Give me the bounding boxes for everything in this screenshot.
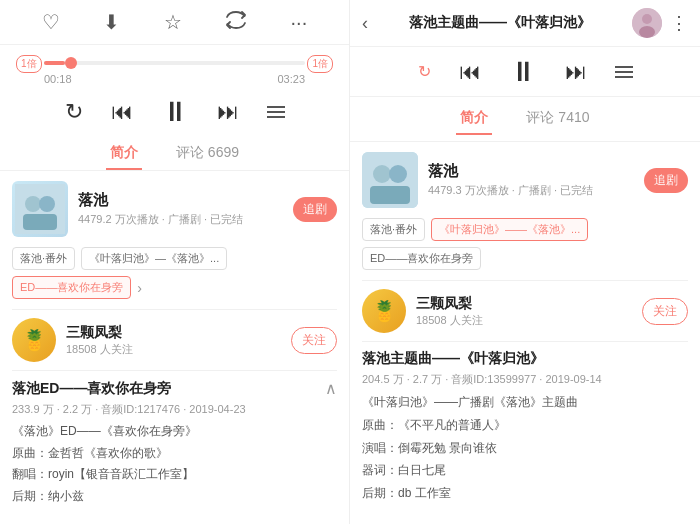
player-controls: ↻ ⏮ ⏸ ⏭ <box>0 89 349 134</box>
drama-title-left: 落池 <box>78 191 283 210</box>
collapse-icon-left[interactable]: ∧ <box>325 379 337 398</box>
song-title-row-left: 落池ED——喜欢你在身旁 ∧ <box>12 379 337 398</box>
singer-info-right: 三颗凤梨 18508 人关注 <box>416 295 632 328</box>
speed-left-label[interactable]: 1倍 <box>16 55 42 73</box>
divider-right-1 <box>362 280 688 281</box>
tab-intro-left[interactable]: 简介 <box>106 138 142 170</box>
left-content: 落池 4479.2 万次播放 · 广播剧 · 已完结 追剧 落池·番外 《叶落归… <box>0 171 349 524</box>
download-icon[interactable]: ⬇ <box>103 10 120 34</box>
right-title: 落池主题曲——《叶落归池》 <box>376 14 624 32</box>
singer-info-left: 三颗凤梨 18508 人关注 <box>66 324 281 357</box>
singer-avatar-left[interactable]: 🍍 <box>12 318 56 362</box>
song-detail-right: 《叶落归池》——广播剧《落池》主题曲 原曲：《不平凡的普通人》 演唱：倒霉死勉 … <box>362 391 688 505</box>
drama-meta-right: 4479.3 万次播放 · 广播剧 · 已完结 <box>428 183 634 198</box>
progress-bar[interactable] <box>44 61 305 65</box>
current-time: 00:18 <box>44 73 72 85</box>
drama-card-left: 落池 4479.2 万次播放 · 广播剧 · 已完结 追剧 <box>12 181 337 237</box>
right-content: 落池 4479.3 万次播放 · 广播剧 · 已完结 追剧 落池·番外 《叶落归… <box>350 142 700 524</box>
singer-card-right: 🍍 三颗凤梨 18508 人关注 关注 <box>362 289 688 333</box>
repeat-icon[interactable]: ↻ <box>65 99 83 125</box>
tag-2-right[interactable]: ED——喜欢你在身旁 <box>362 247 481 270</box>
tag-2-left[interactable]: ED——喜欢你在身旁 <box>12 276 131 299</box>
tag-1-left[interactable]: 《叶落归池》—《落池》... <box>81 247 227 270</box>
star-icon[interactable]: ☆ <box>164 10 182 34</box>
follow-singer-button-left[interactable]: 关注 <box>291 327 337 354</box>
tag-row-left: 落池·番外 《叶落归池》—《落池》... ED——喜欢你在身旁 › <box>12 247 337 299</box>
total-time: 03:23 <box>277 73 305 85</box>
right-panel: ‹ 落池主题曲——《叶落归池》 ⋮ ↻ ⏮ ⏸ ⏭ 简介 评论 7410 <box>350 0 700 524</box>
divider-left-2 <box>12 370 337 371</box>
singer-name-left: 三颗凤梨 <box>66 324 281 342</box>
tag-0-left[interactable]: 落池·番外 <box>12 247 75 270</box>
right-header: ‹ 落池主题曲——《叶落归池》 ⋮ <box>350 0 700 47</box>
playlist-icon-right[interactable] <box>615 66 633 78</box>
song-title-right: 落池主题曲——《叶落归池》 <box>362 350 544 368</box>
svg-point-8 <box>373 165 391 183</box>
left-panel: ♡ ⬇ ☆ ··· 1倍 1倍 00:18 03:23 <box>0 0 350 524</box>
tab-comments-left[interactable]: 评论 6699 <box>172 138 243 170</box>
prev-button-right[interactable]: ⏮ <box>459 59 481 85</box>
drama-card-right: 落池 4479.3 万次播放 · 广播剧 · 已完结 追剧 <box>362 152 688 208</box>
tag-arrow-icon[interactable]: › <box>137 280 142 296</box>
drama-thumbnail-left[interactable] <box>12 181 68 237</box>
follow-singer-button-right[interactable]: 关注 <box>642 298 688 325</box>
avatar-right[interactable] <box>632 8 662 38</box>
follow-drama-button-left[interactable]: 追剧 <box>293 197 337 222</box>
svg-point-5 <box>642 14 652 24</box>
playlist-icon[interactable] <box>267 106 285 118</box>
repeat-right-icon[interactable]: ↻ <box>418 62 431 81</box>
song-meta-right: 204.5 万 · 2.7 万 · 音频ID:13599977 · 2019-0… <box>362 372 688 387</box>
singer-fans-left: 18508 人关注 <box>66 342 281 357</box>
drama-thumbnail-right[interactable] <box>362 152 418 208</box>
play-button-right[interactable]: ⏸ <box>509 55 537 88</box>
svg-point-9 <box>389 165 407 183</box>
svg-point-1 <box>25 196 41 212</box>
drama-info-right: 落池 4479.3 万次播放 · 广播剧 · 已完结 <box>428 162 634 198</box>
divider-right-2 <box>362 341 688 342</box>
speed-right-label[interactable]: 1倍 <box>307 55 333 73</box>
singer-card-left: 🍍 三颗凤梨 18508 人关注 关注 <box>12 318 337 362</box>
progress-dot <box>65 57 77 69</box>
svg-rect-3 <box>23 214 57 230</box>
right-controls: ↻ ⏮ ⏸ ⏭ <box>350 47 700 97</box>
play-button[interactable]: ⏸ <box>161 95 189 128</box>
heart-icon[interactable]: ♡ <box>42 10 60 34</box>
song-detail-left: 《落池》ED——《喜欢你在身旁》 原曲：金哲哲《喜欢你的歌》 翻唱：royin【… <box>12 421 337 507</box>
top-icon-bar: ♡ ⬇ ☆ ··· <box>0 0 349 45</box>
singer-fans-right: 18508 人关注 <box>416 313 632 328</box>
tab-intro-right[interactable]: 简介 <box>456 103 492 135</box>
divider-left-1 <box>12 309 337 310</box>
tab-comments-right[interactable]: 评论 7410 <box>522 103 593 135</box>
song-title-left: 落池ED——喜欢你在身旁 <box>12 380 171 398</box>
song-title-row-right: 落池主题曲——《叶落归池》 <box>362 350 688 368</box>
more-button-right[interactable]: ⋮ <box>670 12 688 34</box>
svg-rect-10 <box>370 186 410 204</box>
tag-0-right[interactable]: 落池·番外 <box>362 218 425 241</box>
drama-meta-left: 4479.2 万次播放 · 广播剧 · 已完结 <box>78 212 283 227</box>
tag-row-right: 落池·番外 《叶落归池》——《落池》... ED——喜欢你在身旁 <box>362 218 688 270</box>
svg-point-6 <box>639 26 655 38</box>
left-tabs: 简介 评论 6699 <box>0 134 349 171</box>
progress-section: 1倍 1倍 00:18 03:23 <box>0 45 349 89</box>
progress-fill <box>44 61 65 65</box>
loop-icon[interactable] <box>225 11 247 34</box>
drama-title-right: 落池 <box>428 162 634 181</box>
drama-info-left: 落池 4479.2 万次播放 · 广播剧 · 已完结 <box>78 191 283 227</box>
next-button-right[interactable]: ⏭ <box>565 59 587 85</box>
right-tabs: 简介 评论 7410 <box>350 97 700 142</box>
back-button[interactable]: ‹ <box>362 13 368 34</box>
more-icon[interactable]: ··· <box>291 11 308 34</box>
singer-name-right: 三颗凤梨 <box>416 295 632 313</box>
prev-button[interactable]: ⏮ <box>111 99 133 125</box>
follow-drama-button-right[interactable]: 追剧 <box>644 168 688 193</box>
next-button[interactable]: ⏭ <box>217 99 239 125</box>
song-meta-left: 233.9 万 · 2.2 万 · 音频ID:1217476 · 2019-04… <box>12 402 337 417</box>
singer-avatar-right[interactable]: 🍍 <box>362 289 406 333</box>
svg-point-2 <box>39 196 55 212</box>
tag-1-right[interactable]: 《叶落归池》——《落池》... <box>431 218 588 241</box>
